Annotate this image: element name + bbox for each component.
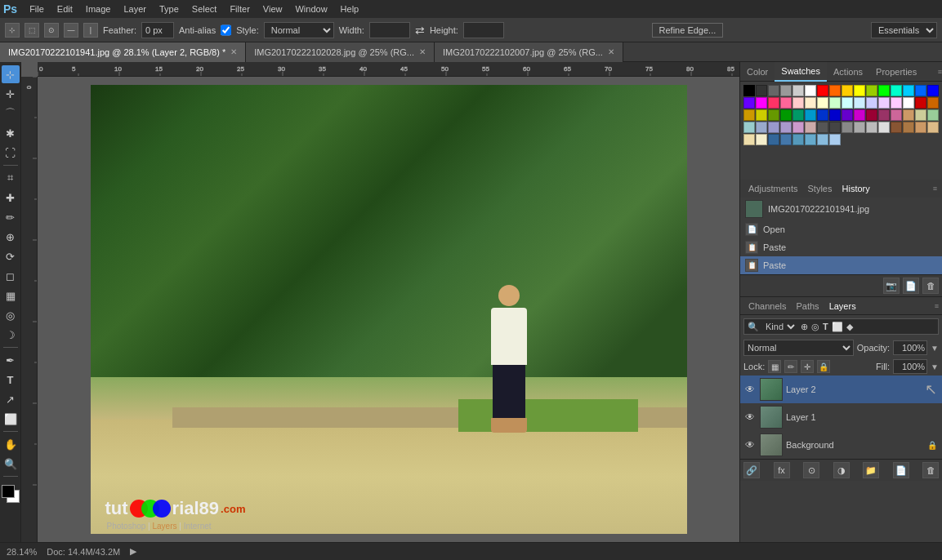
swatch-item[interactable] <box>866 85 877 96</box>
swatch-item[interactable] <box>842 109 853 121</box>
layer-row-1[interactable]: 👁 Layer 1 <box>740 403 942 431</box>
tab-color[interactable]: Color <box>740 62 775 82</box>
swatch-item[interactable] <box>854 85 865 96</box>
close-tab-2[interactable]: ✕ <box>608 47 614 56</box>
swatch-item[interactable] <box>891 85 902 96</box>
marquee-options-icon[interactable]: ⊹ <box>5 23 20 38</box>
swatch-item[interactable] <box>756 134 767 145</box>
marquee-tool-btn[interactable]: ⊹ <box>2 65 20 83</box>
swatch-item[interactable] <box>829 122 841 133</box>
swatch-item[interactable] <box>756 85 767 96</box>
menu-layer[interactable]: Layer <box>118 2 152 16</box>
style-select[interactable]: Normal Fixed Ratio Fixed Size <box>264 22 334 38</box>
layer-filter-adjust-icon[interactable]: ◎ <box>811 322 819 332</box>
blend-mode-select[interactable]: Normal <box>743 340 854 356</box>
stamp-btn[interactable]: ⊕ <box>2 228 20 246</box>
swatch-item[interactable] <box>878 109 890 121</box>
swatch-item[interactable] <box>805 134 816 145</box>
swatch-item[interactable] <box>817 85 828 96</box>
swatch-item[interactable] <box>854 97 865 109</box>
swatch-item[interactable] <box>866 97 877 109</box>
layer-filter-type-icon[interactable]: T <box>823 322 828 331</box>
opacity-arrow[interactable]: ▼ <box>931 344 939 353</box>
height-input[interactable] <box>463 22 504 38</box>
swatch-item[interactable] <box>842 122 853 133</box>
panel-menu-icon[interactable]: ≡ <box>938 68 942 76</box>
layer-2-vis[interactable]: 👁 <box>743 383 757 396</box>
tab-styles[interactable]: Styles <box>805 184 836 193</box>
create-doc-btn[interactable]: 📄 <box>903 278 919 294</box>
layer-filter-shape-icon[interactable]: ⬜ <box>832 322 843 332</box>
menu-select[interactable]: Select <box>186 2 223 16</box>
menu-filter[interactable]: Filter <box>224 2 255 16</box>
swap-icon[interactable]: ⇄ <box>415 24 425 37</box>
swatch-item[interactable] <box>829 134 841 145</box>
eyedropper-btn[interactable]: ⌗ <box>2 169 20 187</box>
swatch-item[interactable] <box>878 97 890 109</box>
swatch-item[interactable] <box>829 85 841 96</box>
swatch-item[interactable] <box>891 122 902 133</box>
swatch-item[interactable] <box>805 122 816 133</box>
fill-input[interactable] <box>893 359 927 374</box>
close-tab-1[interactable]: ✕ <box>419 47 426 56</box>
lock-image-btn[interactable]: ✏ <box>784 360 797 373</box>
layer-row-2[interactable]: 👁 Layer 2 ↖ <box>740 376 942 403</box>
swatch-item[interactable] <box>927 122 939 133</box>
width-input[interactable] <box>369 22 410 38</box>
swatch-item[interactable] <box>829 97 841 109</box>
swatch-item[interactable] <box>792 109 804 121</box>
swatch-item[interactable] <box>817 122 828 133</box>
swatch-item[interactable] <box>903 97 914 109</box>
swatch-item[interactable] <box>854 109 865 121</box>
layer-row-bg[interactable]: 👁 Background 🔒 <box>740 431 942 459</box>
tab-channels[interactable]: Channels <box>743 297 791 315</box>
type-btn[interactable]: T <box>2 371 20 389</box>
swatch-item[interactable] <box>866 122 877 133</box>
swatch-item[interactable] <box>768 85 779 96</box>
swatch-item[interactable] <box>878 85 890 96</box>
swatch-item[interactable] <box>756 109 767 121</box>
zoom-btn[interactable]: 🔍 <box>2 455 20 473</box>
opacity-input[interactable] <box>893 340 927 355</box>
quick-select-btn[interactable]: ✱ <box>2 124 20 142</box>
lock-position-btn[interactable]: ✛ <box>801 360 814 373</box>
blur-btn[interactable]: ◎ <box>2 306 20 324</box>
healing-btn[interactable]: ✚ <box>2 189 20 207</box>
new-group-btn[interactable]: 📁 <box>863 462 879 478</box>
swatch-item[interactable] <box>903 109 914 121</box>
swatch-item[interactable] <box>792 97 804 109</box>
document-tab-2[interactable]: IMG20170222102007.jpg @ 25% (RG... ✕ <box>435 42 623 62</box>
path-select-btn[interactable]: ↗ <box>2 390 20 408</box>
swatch-item[interactable] <box>927 85 939 96</box>
swatch-item[interactable] <box>768 134 779 145</box>
swatch-item[interactable] <box>915 85 926 96</box>
layer-filter-pixel-icon[interactable]: ⊕ <box>801 322 808 332</box>
document-tab-0[interactable]: IMG20170222101941.jpg @ 28.1% (Layer 2, … <box>0 42 246 62</box>
swatch-item[interactable] <box>780 134 792 145</box>
swatch-item[interactable] <box>903 85 914 96</box>
new-fill-layer-btn[interactable]: ◑ <box>833 462 850 478</box>
swatch-item[interactable] <box>842 97 853 109</box>
swatch-item[interactable] <box>829 109 841 121</box>
history-brush-btn[interactable]: ⟳ <box>2 247 20 265</box>
lock-all-btn[interactable]: 🔒 <box>817 360 830 373</box>
swatch-item[interactable] <box>743 97 755 109</box>
swatch-item[interactable] <box>792 134 804 145</box>
brush-btn[interactable]: ✏ <box>2 208 20 226</box>
history-panel-menu[interactable]: ≡ <box>933 184 937 193</box>
history-item-paste-2[interactable]: 📋 Paste <box>740 256 942 274</box>
swatch-item[interactable] <box>780 97 792 109</box>
swatch-item[interactable] <box>878 122 890 133</box>
document-tab-1[interactable]: IMG20170222102028.jpg @ 25% (RG... ✕ <box>246 42 435 62</box>
swatch-item[interactable] <box>756 97 767 109</box>
swatch-item[interactable] <box>927 97 939 109</box>
menu-file[interactable]: File <box>24 2 50 16</box>
layer-1-vis[interactable]: 👁 <box>743 411 757 424</box>
workspace-select[interactable]: Essentials <box>871 22 937 38</box>
delete-layer-btn[interactable]: 🗑 <box>922 462 939 478</box>
foreground-color[interactable] <box>2 485 15 498</box>
layer-effects-btn[interactable]: fx <box>774 462 790 478</box>
color-boxes[interactable] <box>0 483 21 504</box>
swatch-item[interactable] <box>756 122 767 133</box>
history-item-open[interactable]: 📄 Open <box>740 220 942 238</box>
